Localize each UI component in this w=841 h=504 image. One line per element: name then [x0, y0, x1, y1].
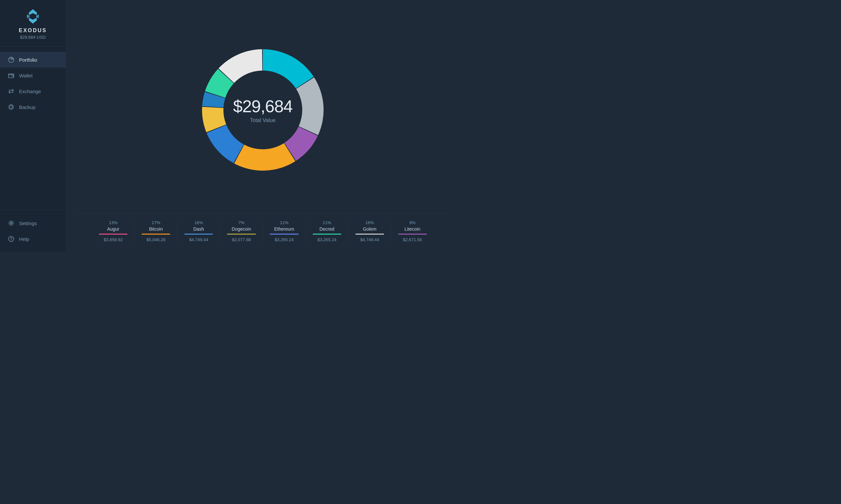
legend-value-decred: $3,265.24	[317, 237, 337, 242]
svg-point-11	[11, 240, 12, 241]
wallet-icon	[8, 72, 15, 79]
help-label: Help	[19, 236, 29, 242]
settings-icon	[8, 220, 15, 227]
legend-item-bitcoin: 17% Bitcoin $5,046.28	[135, 220, 177, 242]
legend-bar-bitcoin	[142, 234, 170, 235]
portfolio-label: Portfolio	[19, 57, 37, 63]
sidebar-item-backup[interactable]: Backup	[0, 99, 66, 115]
legend-percent-bitcoin: 17%	[152, 220, 160, 225]
svg-point-9	[10, 221, 13, 225]
logo-area: EXODUS $29,684 USD	[0, 0, 66, 47]
legend-name-augur: Augur	[107, 227, 119, 232]
sidebar-item-portfolio[interactable]: Portfolio	[0, 52, 66, 68]
sidebar-item-wallet[interactable]: Wallet	[0, 68, 66, 83]
legend-percent-litecoin: 9%	[409, 220, 416, 225]
svg-rect-5	[8, 74, 14, 78]
legend-value-augur: $3,858.92	[104, 237, 123, 242]
total-portfolio-value: $29,684 USD	[20, 35, 46, 40]
legend-value-ethereum: $3,265.24	[275, 237, 294, 242]
legend-item-decred: 11% Decred $3,265.24	[306, 220, 348, 242]
backup-icon	[8, 104, 15, 110]
legend-value-dash: $4,749.44	[189, 237, 208, 242]
legend-bar-dogecoin	[227, 234, 256, 235]
settings-label: Settings	[19, 220, 37, 226]
app-name: EXODUS	[19, 28, 47, 34]
legend-item-ethereum: 11% Ethereum $3,265.24	[263, 220, 306, 242]
sidebar-bottom: Settings Help	[0, 210, 66, 252]
legend-percent-decred: 11%	[323, 220, 331, 225]
legend-bar-golem	[356, 234, 384, 235]
portfolio-icon	[8, 56, 15, 63]
legend: 13% Augur $3,858.92 17% Bitcoin $5,046.2…	[79, 213, 447, 246]
sidebar: EXODUS $29,684 USD Portfolio Wa	[0, 0, 66, 252]
legend-bar-ethereum	[270, 234, 298, 235]
legend-name-ethereum: Ethereum	[274, 227, 294, 232]
exchange-label: Exchange	[19, 89, 41, 94]
legend-value-litecoin: $2,671.56	[403, 237, 422, 242]
legend-item-golem: 16% Golem $4,749.44	[348, 220, 391, 242]
legend-percent-golem: 16%	[365, 220, 374, 225]
legend-name-bitcoin: Bitcoin	[149, 227, 163, 232]
legend-name-litecoin: Litecoin	[405, 227, 420, 232]
nav-items: Portfolio Wallet Exchange	[0, 47, 66, 210]
svg-marker-1	[29, 18, 37, 24]
help-icon	[8, 236, 15, 242]
legend-name-golem: Golem	[363, 227, 377, 232]
sidebar-item-help[interactable]: Help	[0, 231, 66, 247]
exodus-logo-icon	[24, 8, 41, 25]
svg-rect-6	[12, 75, 14, 76]
legend-name-dogecoin: Dogecoin	[231, 227, 251, 232]
legend-percent-augur: 13%	[109, 220, 118, 225]
sidebar-item-exchange[interactable]: Exchange	[0, 83, 66, 99]
legend-percent-ethereum: 11%	[280, 220, 289, 225]
legend-value-bitcoin: $5,046.28	[147, 237, 166, 242]
exchange-icon	[8, 88, 15, 94]
svg-marker-3	[36, 15, 39, 18]
backup-label: Backup	[19, 104, 35, 110]
legend-bar-augur	[99, 234, 127, 235]
legend-percent-dogecoin: 7%	[239, 220, 245, 225]
legend-bar-dash	[184, 234, 213, 235]
legend-bar-decred	[313, 234, 341, 235]
svg-point-8	[11, 222, 12, 224]
sidebar-item-settings[interactable]: Settings	[0, 215, 66, 231]
wallet-label: Wallet	[19, 73, 33, 78]
center-total-label: Total Value	[233, 118, 293, 123]
legend-item-litecoin: 9% Litecoin $2,671.56	[391, 220, 434, 242]
center-total-amount: $29,684	[233, 96, 293, 116]
legend-value-golem: $4,749.44	[360, 237, 379, 242]
legend-item-augur: 13% Augur $3,858.92	[92, 220, 135, 242]
chart-area: $29,684 Total Value	[194, 6, 332, 213]
legend-name-dash: Dash	[193, 227, 204, 232]
legend-item-dash: 16% Dash $4,749.44	[177, 220, 220, 242]
legend-value-dogecoin: $2,077.88	[232, 237, 251, 242]
legend-percent-dash: 16%	[194, 220, 203, 225]
donut-chart: $29,684 Total Value	[194, 41, 332, 179]
main-content: $29,684 Total Value 13% Augur $3,858.92 …	[66, 0, 460, 252]
legend-bar-litecoin	[398, 234, 427, 235]
donut-center-value: $29,684 Total Value	[233, 96, 293, 123]
legend-name-decred: Decred	[320, 227, 334, 232]
legend-item-dogecoin: 7% Dogecoin $2,077.88	[220, 220, 263, 242]
svg-marker-0	[29, 9, 37, 15]
svg-marker-2	[27, 15, 30, 18]
